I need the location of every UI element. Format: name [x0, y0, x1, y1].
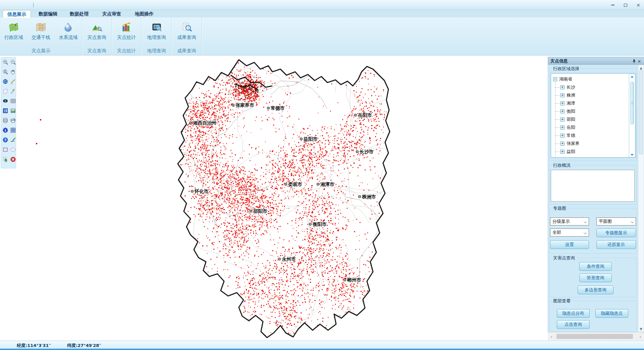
settings-button[interactable]: 设置	[550, 240, 589, 249]
collapse-icon[interactable]: −	[553, 77, 557, 81]
print-preview-icon[interactable]	[10, 117, 16, 124]
minimize-button[interactable]	[609, 2, 616, 8]
map-type-dropdown[interactable]: 平面图	[596, 217, 636, 226]
thematic-label: 专题图	[552, 205, 568, 211]
expand-icon[interactable]: +	[560, 109, 565, 113]
tree-node-label: 益阳	[567, 149, 575, 155]
expand-icon[interactable]: +	[560, 93, 565, 97]
printer-icon[interactable]	[2, 117, 9, 124]
scrollbar-thumb[interactable]	[630, 82, 634, 124]
ribbon-button-water-drop[interactable]: 水系流域	[55, 18, 81, 46]
tree-connector	[555, 95, 560, 96]
tree-connector	[555, 136, 560, 136]
pin-icon[interactable]	[631, 58, 637, 64]
thematic-show-button[interactable]: 专题图显示	[596, 229, 636, 237]
restore-display-button[interactable]: 还原显示	[596, 240, 636, 249]
ribbon-button-traffic-map[interactable]: 交通干线	[28, 18, 54, 46]
expand-icon[interactable]: +	[560, 85, 565, 89]
click-query-button[interactable]: 点击查询	[557, 320, 590, 329]
scroll-down-icon[interactable]	[630, 153, 634, 157]
ribbon-button-label: 行政区域	[1, 35, 26, 40]
grid-table-icon[interactable]	[10, 98, 16, 104]
help-icon[interactable]: ?	[2, 137, 9, 143]
expand-icon[interactable]: +	[560, 134, 565, 138]
expand-icon[interactable]: +	[560, 142, 565, 146]
delete-mark-icon[interactable]	[10, 156, 16, 163]
tab-2[interactable]: 数据编辑	[35, 10, 61, 18]
scroll-up-icon[interactable]: ▲	[639, 66, 643, 70]
tree-node-city[interactable]: +湘潭	[560, 100, 575, 107]
scope-dropdown[interactable]: 全部	[550, 229, 589, 237]
rectangle-tool-icon[interactable]	[2, 146, 9, 153]
globe-icon[interactable]	[2, 78, 9, 85]
maximize-button[interactable]	[622, 2, 629, 8]
ribbon-button-mountain-search[interactable]: 灾点查询	[84, 18, 110, 46]
scrollbar-thumb[interactable]	[639, 70, 643, 154]
scroll-left-icon[interactable]: ‹	[549, 334, 554, 339]
panel-close-icon[interactable]: ×	[637, 58, 642, 64]
city-label: 怀化市	[194, 189, 209, 194]
tree-node-city[interactable]: +张家界	[560, 140, 580, 147]
zoom-extent-icon[interactable]	[2, 68, 9, 75]
tree-node-city[interactable]: +株洲	[560, 92, 575, 99]
info-icon[interactable]: i	[2, 127, 9, 134]
window-view-icon[interactable]	[10, 127, 16, 134]
disaster-query-label: 灾害点查询	[552, 255, 576, 261]
expand-icon[interactable]: +	[560, 101, 565, 105]
signature-pen-icon[interactable]	[10, 137, 16, 143]
blank-page-icon[interactable]	[2, 88, 9, 95]
panel-vertical-scrollbar[interactable]: ▲ ▼	[638, 65, 644, 332]
hazard-distribution-button[interactable]: 隐患点分布	[557, 309, 590, 318]
ellipse-tool-icon[interactable]	[10, 146, 16, 153]
tab-3[interactable]: 数据处理	[66, 10, 92, 18]
scroll-up-icon[interactable]	[630, 75, 634, 79]
tree-node-city[interactable]: +岳阳	[560, 124, 575, 131]
ribbon-group-caption: 成果查询	[172, 48, 202, 54]
condition-query-button[interactable]: 条件查询	[579, 262, 612, 271]
province-map[interactable]: 张家界市常德市岳阳市湘西自治州益阳市长沙市娄底市湘潭市株洲市怀化市邵阳市衡阳市永…	[0, 56, 548, 341]
zoom-out-icon[interactable]	[10, 59, 16, 65]
expand-icon[interactable]: +	[560, 150, 565, 154]
tree-scrollbar[interactable]	[629, 74, 635, 158]
tab-1[interactable]: 信息展示	[3, 10, 31, 18]
expand-icon[interactable]: +	[560, 126, 565, 130]
tree-node-province[interactable]: −湖南省	[553, 76, 572, 83]
stray-disaster-point	[36, 143, 37, 144]
panel-horizontal-scrollbar[interactable]: ‹ ›	[548, 332, 644, 340]
tab-4[interactable]: 灾点审查	[99, 10, 125, 18]
city-marker[interactable]: 湘西自治州	[190, 120, 216, 126]
ribbon-button-geo-search[interactable]: 地理查询	[144, 18, 169, 46]
paint-brush-icon[interactable]	[10, 88, 16, 95]
tree-node-city[interactable]: +邵阳	[560, 116, 575, 123]
legend-window-icon[interactable]	[2, 107, 9, 114]
hide-hazard-button[interactable]: 隐藏隐患点	[595, 309, 628, 318]
map-canvas[interactable]: 张家界市常德市岳阳市湘西自治州益阳市长沙市娄底市湘潭市株洲市怀化市邵阳市衡阳市永…	[0, 56, 548, 341]
polygon-query-button[interactable]: 多边形查询	[578, 286, 613, 294]
rectangle-query-button[interactable]: 矩形查询	[579, 273, 612, 282]
ribbon-button-region-map[interactable]: 行政区域	[1, 18, 26, 46]
expand-icon[interactable]: +	[560, 117, 565, 121]
ribbon-button-result-search[interactable]: 成果查询	[174, 18, 200, 46]
tree-node-city[interactable]: +长沙	[560, 84, 575, 91]
city-marker[interactable]: 张家界市	[232, 102, 254, 108]
eye-icon[interactable]	[2, 98, 9, 104]
overview-textarea[interactable]	[551, 170, 635, 202]
tree-node-city[interactable]: +益阳	[560, 148, 575, 155]
image-view-icon[interactable]	[10, 107, 16, 114]
zoom-in-icon[interactable]	[2, 59, 9, 65]
scroll-down-icon[interactable]: ▼	[639, 327, 643, 331]
tree-node-city[interactable]: +郴州	[560, 156, 575, 158]
panel-header: 灾点信息 ×	[548, 57, 644, 65]
select-marquee-icon[interactable]	[2, 156, 9, 163]
region-tree: −湖南省+长沙+株洲+湘潭+衡阳+邵阳+岳阳+常德+张家界+益阳+郴州	[551, 73, 636, 158]
close-button[interactable]: ×	[635, 2, 642, 8]
tree-node-city[interactable]: +衡阳	[560, 108, 575, 115]
scrollbar-thumb[interactable]	[556, 334, 633, 339]
level-display-dropdown[interactable]: 分级显示	[550, 217, 589, 226]
ribbon-button-bar-chart[interactable]: 灾点统计	[114, 18, 139, 46]
pan-hand-icon[interactable]	[10, 68, 16, 75]
measure-pen-icon[interactable]	[10, 78, 16, 85]
tree-node-city[interactable]: +常德	[560, 132, 575, 139]
tab-5[interactable]: 地图操作	[131, 10, 157, 18]
scroll-right-icon[interactable]: ›	[638, 334, 643, 339]
